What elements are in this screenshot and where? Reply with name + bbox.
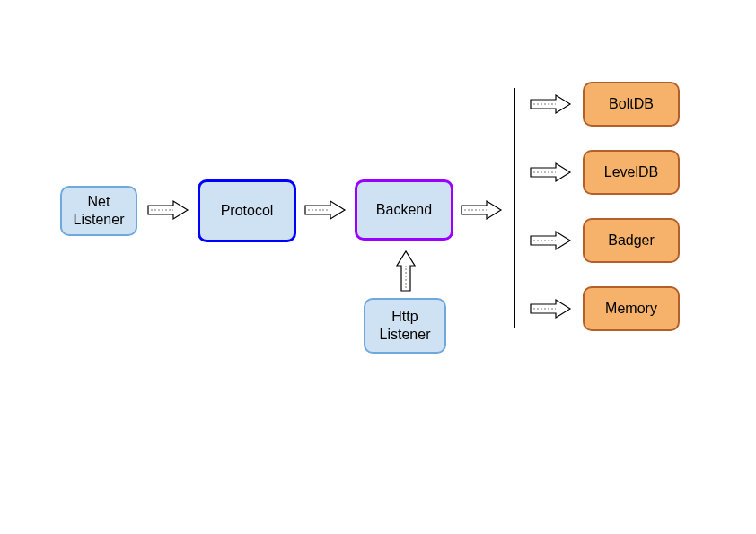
node-net-listener: NetListener: [60, 186, 137, 236]
arrow-http-to-backend: [395, 249, 417, 293]
node-boltdb: BoltDB: [583, 82, 680, 127]
node-http-listener: HttpListener: [364, 298, 446, 354]
arrow-protocol-to-backend: [303, 199, 347, 221]
node-badger: Badger: [583, 218, 680, 263]
divider-line: [514, 88, 515, 328]
node-leveldb: LevelDB: [583, 150, 680, 195]
arrow-to-memory: [529, 298, 572, 320]
node-memory: Memory: [583, 286, 680, 331]
arrow-net-to-protocol: [146, 199, 189, 221]
arrow-to-leveldb: [529, 162, 572, 183]
node-backend: Backend: [355, 179, 453, 241]
arrow-backend-to-divider: [460, 199, 503, 221]
arrow-to-boltdb: [529, 93, 572, 115]
node-protocol: Protocol: [198, 179, 296, 242]
arrow-to-badger: [529, 230, 572, 251]
